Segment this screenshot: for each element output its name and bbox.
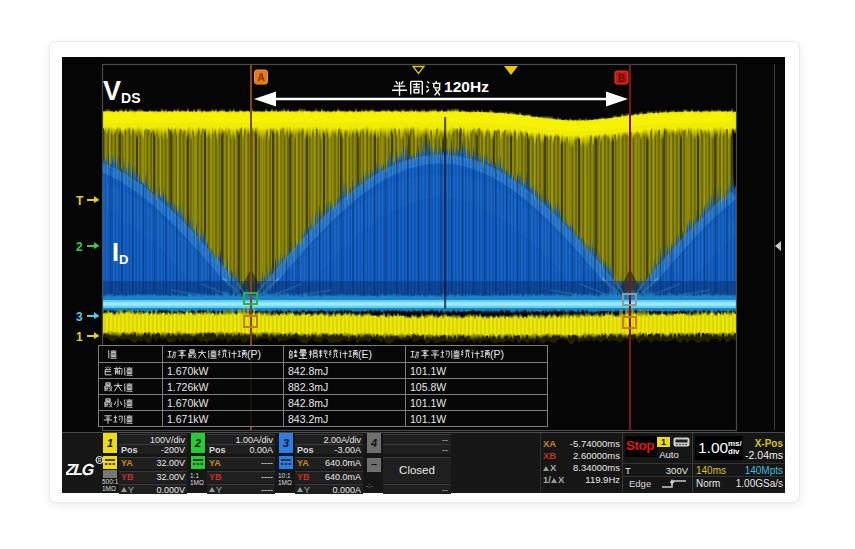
svg-text:R: R: [98, 457, 102, 463]
svg-text:A: A: [257, 72, 264, 83]
svg-text:B: B: [618, 73, 625, 84]
svg-text:3: 3: [76, 310, 83, 324]
svg-text:2: 2: [76, 240, 83, 254]
svg-text:T: T: [76, 194, 84, 208]
svg-text:ZLG: ZLG: [66, 460, 95, 478]
svg-text:1: 1: [76, 330, 83, 344]
